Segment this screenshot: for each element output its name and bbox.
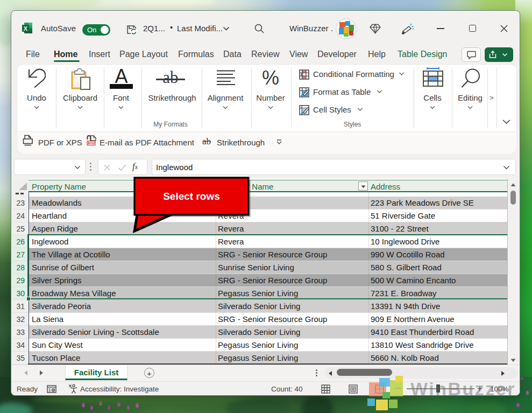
svg-text:Select rows: Select rows bbox=[163, 191, 220, 202]
svg-text:X: X bbox=[24, 25, 28, 32]
svg-text:PDF: PDF bbox=[89, 142, 96, 145]
